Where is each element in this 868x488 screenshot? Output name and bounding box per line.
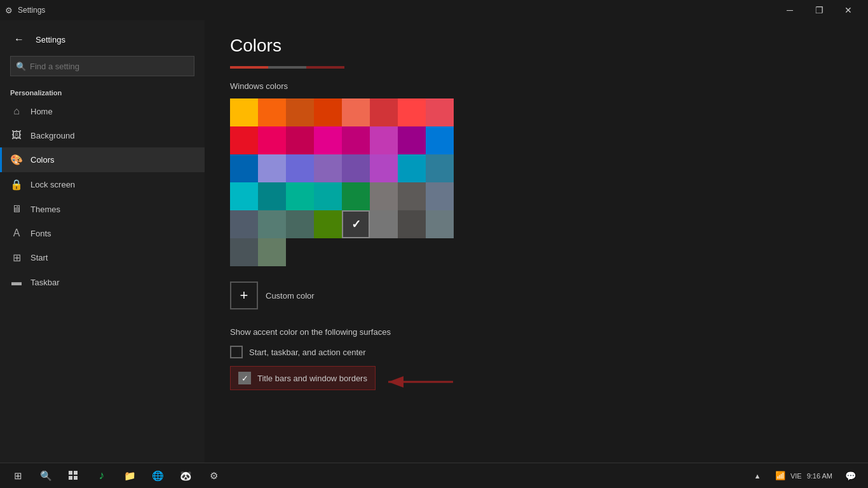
color-swatch[interactable] [342,154,370,182]
title-bar-left: ⚙ Settings [5,6,45,15]
custom-color-label: Custom color [266,291,315,301]
sidebar-item-lockscreen[interactable]: 🔒 Lock screen [0,172,205,197]
color-swatch[interactable] [398,210,426,238]
color-swatch[interactable] [258,126,286,154]
color-swatch[interactable] [426,154,454,182]
taskbar-browser-button[interactable]: 🌐 [145,463,170,489]
nav-icon-colors: 🎨 [10,154,23,166]
color-swatch[interactable] [370,126,398,154]
color-swatch[interactable] [286,154,314,182]
tab-seg-3 [306,66,344,69]
color-swatch[interactable] [258,238,286,266]
search-input[interactable] [30,62,189,71]
color-swatch[interactable] [426,182,454,210]
title-bar-title: Settings [18,6,45,15]
taskbar-left: ⊞ 🔍 ♪ 📁 🌐 🐼 ⚙ [5,463,226,489]
color-swatch[interactable] [314,210,342,238]
color-swatch[interactable] [398,182,426,210]
app-body: ← Settings 🔍 Personalization ⌂ Home 🖼 Ba… [0,20,868,463]
sidebar-item-themes[interactable]: 🖥 Themes [0,197,205,221]
color-swatch[interactable] [342,182,370,210]
color-swatch[interactable] [370,182,398,210]
taskbar-settings-button[interactable]: ⚙ [201,463,226,489]
titlebar-checkbox-annotation: ✓ Title bars and window borders [230,366,843,398]
sidebar-item-colors[interactable]: 🎨 Colors [0,147,205,172]
color-swatch[interactable] [258,210,286,238]
titlebar-checkbox-row: ✓ Title bars and window borders [230,366,376,390]
search-box: 🔍 [10,56,194,76]
taskbar-start-button[interactable]: ⊞ [5,463,31,489]
search-icon: 🔍 [16,62,26,71]
tab-seg-1 [230,66,268,69]
color-swatch[interactable] [398,126,426,154]
taskbar-right: ▲ 📶 VIE 9:16 AM 💬 [745,463,863,489]
main-content: Colors Windows colors + Custom color Sho… [205,20,868,463]
custom-color-button[interactable]: + [230,281,258,309]
nav-icon-background: 🖼 [10,130,23,141]
taskbar-spotify-button[interactable]: ♪ [89,463,114,489]
maximize-button[interactable]: ❐ [804,0,834,20]
color-swatch[interactable] [230,182,258,210]
tabs-line [230,66,843,69]
titlebar-checkbox[interactable]: ✓ [238,372,251,384]
nav-label-home: Home [31,107,53,116]
color-swatch[interactable] [370,154,398,182]
nav-label-colors: Colors [31,155,55,165]
taskbar-checkbox-label: Start, taskbar, and action center [249,348,366,357]
color-swatch[interactable] [314,98,342,126]
sidebar-item-start[interactable]: ⊞ Start [0,245,205,270]
taskbar-search-button[interactable]: 🔍 [33,463,58,489]
sidebar-item-background[interactable]: 🖼 Background [0,123,205,147]
taskbar-panda-button[interactable]: 🐼 [173,463,198,489]
sidebar-item-taskbar[interactable]: ▬ Taskbar [0,270,205,294]
taskbar-chevron-button[interactable]: ▲ [745,463,770,489]
color-swatch[interactable] [230,154,258,182]
color-swatch[interactable] [230,210,258,238]
color-swatch[interactable] [426,126,454,154]
titlebar-checkbox-label: Title bars and window borders [257,374,367,383]
color-swatch[interactable] [314,182,342,210]
color-swatch[interactable] [258,98,286,126]
nav-icon-home: ⌂ [10,105,23,117]
color-swatch[interactable] [258,154,286,182]
sidebar-item-fonts[interactable]: A Fonts [0,221,205,245]
color-swatch[interactable] [370,98,398,126]
taskbar-folder-button[interactable]: 📁 [117,463,142,489]
color-swatch[interactable] [398,98,426,126]
color-swatch[interactable] [286,98,314,126]
nav-icon-themes: 🖥 [10,203,23,215]
svg-rect-2 [69,471,72,475]
taskbar-notification-button[interactable]: 💬 [837,463,863,489]
color-swatch[interactable] [398,154,426,182]
color-swatch[interactable] [342,126,370,154]
back-button[interactable]: ← [10,30,28,48]
color-swatch[interactable] [314,126,342,154]
color-swatch[interactable] [258,182,286,210]
taskbar-checkbox[interactable] [230,346,243,358]
sidebar-header: ← Settings [0,25,205,51]
color-swatch[interactable] [286,126,314,154]
taskbar-time[interactable]: 9:16 AM [807,472,832,480]
nav-icon-taskbar: ▬ [10,276,23,288]
color-swatch[interactable] [426,98,454,126]
color-swatch[interactable] [230,238,258,266]
tab-seg-2 [268,66,306,69]
minimize-button[interactable]: ─ [775,0,804,20]
color-swatch[interactable] [342,210,370,238]
color-swatch[interactable] [426,210,454,238]
nav-label-background: Background [31,131,74,140]
check-icon: ✓ [241,374,248,383]
color-swatch[interactable] [286,210,314,238]
surfaces-heading: Show accent color on the following surfa… [230,327,843,337]
taskbar-task-view-button[interactable] [61,463,86,489]
color-swatch[interactable] [314,154,342,182]
color-swatch[interactable] [286,182,314,210]
close-button[interactable]: ✕ [834,0,863,20]
color-swatch[interactable] [370,210,398,238]
sidebar-item-home[interactable]: ⌂ Home [0,99,205,123]
color-swatch[interactable] [230,126,258,154]
svg-rect-4 [69,476,72,480]
color-swatch[interactable] [230,98,258,126]
color-swatch[interactable] [342,98,370,126]
settings-icon: ⚙ [5,6,13,15]
